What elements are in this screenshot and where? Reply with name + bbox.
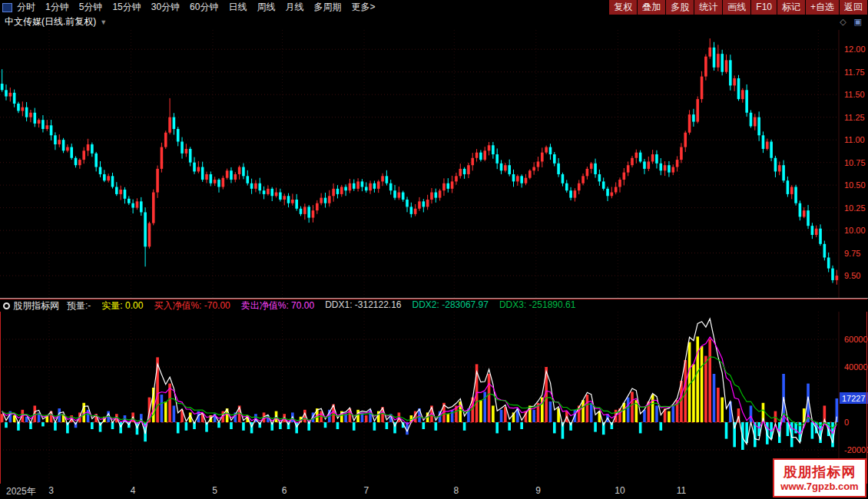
date-tick-1: 3 [48, 485, 54, 496]
menu-period-2[interactable]: 5分钟 [79, 1, 103, 14]
indicator-source-icon[interactable] [3, 302, 10, 309]
price-grid: 12.0011.7511.5011.2511.0010.7510.5010.25… [0, 30, 866, 299]
date-tick-0: 2025年 [6, 485, 36, 498]
app-icon[interactable] [2, 3, 12, 12]
svg-text:12.00: 12.00 [844, 45, 866, 54]
menu-tool-2[interactable]: 多股 [666, 0, 694, 15]
ddx-bars-layer [1, 336, 838, 450]
menu-period-4[interactable]: 30分钟 [151, 1, 180, 14]
stock-title: 中文传媒(日线.前复权) [5, 15, 96, 28]
candles-layer [1, 38, 838, 285]
menu-period-8[interactable]: 月线 [285, 1, 303, 14]
svg-text:9.75: 9.75 [844, 249, 860, 258]
menu-tool-0[interactable]: 复权 [609, 0, 638, 15]
date-tick-2: 4 [131, 485, 136, 496]
trading-app-window: 分时1分钟5分钟15分钟30分钟60分钟日线周线月线多周期更多> 复权叠加多股统… [0, 0, 868, 499]
ddx-indicator-panel[interactable]: 60000400000-2000017227 [0, 312, 868, 484]
date-tick-6: 8 [454, 485, 459, 496]
svg-text:10.00: 10.00 [844, 226, 866, 235]
date-axis: 2025年345678910111 [0, 484, 868, 499]
svg-text:11.00: 11.00 [844, 135, 865, 144]
svg-text:10.50: 10.50 [844, 180, 866, 190]
menu-period-9[interactable]: 多周期 [313, 1, 341, 14]
date-tick-4: 6 [282, 485, 287, 496]
svg-text:10.25: 10.25 [844, 203, 866, 213]
watermark-title: 股朋指标网 [774, 464, 865, 481]
date-tick-9: 11 [677, 485, 686, 496]
menu-tool-7[interactable]: +自选 [806, 0, 840, 15]
chart-title-bar: 中文传媒(日线.前复权) ▼ ◇ ▣ [0, 15, 868, 29]
svg-text:40000: 40000 [844, 362, 868, 372]
watermark-box: 股朋指标网 www.7gpzb.com [773, 458, 866, 497]
menu-period-1[interactable]: 1分钟 [45, 1, 69, 14]
indicator-field-6: DDX3: -251890.61 [499, 299, 575, 312]
svg-text:0: 0 [844, 418, 849, 427]
ddx-value-marker: 17227 [840, 392, 868, 404]
menu-left: 分时1分钟5分钟15分钟30分钟60分钟日线周线月线多周期更多> [17, 1, 375, 14]
date-tick-7: 9 [535, 485, 541, 496]
svg-text:9.50: 9.50 [844, 271, 860, 280]
menu-right: 复权叠加多股统计画线F10标记+自选返回 [609, 0, 868, 15]
svg-text:11.25: 11.25 [844, 113, 865, 122]
menu-tool-5[interactable]: F10 [751, 0, 777, 15]
date-tick-8: 10 [615, 485, 624, 496]
svg-text:17227: 17227 [842, 394, 866, 403]
ddx-line-DDX1 [2, 319, 837, 444]
menu-tool-1[interactable]: 叠加 [638, 0, 666, 15]
ddx-grid: 60000400000-20000 [0, 312, 868, 484]
indicator-source-label: 股朋指标网 [13, 299, 59, 312]
title-dropdown-icon[interactable]: ▼ [100, 18, 107, 26]
indicator-field-4: DDX1: -312122.16 [325, 299, 401, 312]
menu-period-3[interactable]: 15分钟 [112, 1, 141, 14]
diamond-icon[interactable]: ◇ [840, 17, 846, 27]
indicator-header: 股朋指标网 预量:-实量: 0.00买入净值%: -70.00卖出净值%: 70… [0, 299, 868, 312]
indicator-field-2: 买入净值%: -70.00 [154, 299, 230, 312]
indicator-field-0: 预量:- [67, 299, 91, 312]
svg-text:10.75: 10.75 [844, 158, 866, 167]
svg-text:11.75: 11.75 [844, 68, 865, 77]
menu-tool-4[interactable]: 画线 [723, 0, 751, 15]
title-bar-icons: ◇ ▣ [840, 17, 862, 27]
menu-period-10[interactable]: 更多> [351, 1, 375, 14]
svg-text:60000: 60000 [844, 335, 868, 344]
menu-tool-8[interactable]: 返回 [840, 0, 868, 15]
indicator-field-1: 实量: 0.00 [101, 299, 143, 312]
menu-period-0[interactable]: 分时 [17, 1, 35, 14]
menu-period-6[interactable]: 日线 [228, 1, 247, 14]
date-tick-5: 7 [363, 485, 369, 496]
layout-icon[interactable]: ▣ [854, 17, 862, 27]
indicator-fields: 预量:-实量: 0.00买入净值%: -70.00卖出净值%: 70.00DDX… [67, 299, 575, 312]
candlestick-chart[interactable]: 12.0011.7511.5011.2511.0010.7510.5010.25… [0, 30, 868, 299]
svg-text:-20000: -20000 [844, 445, 868, 454]
indicator-field-5: DDX2: -283067.97 [412, 299, 489, 312]
menu-tool-6[interactable]: 标记 [777, 0, 806, 15]
indicator-field-3: 卖出净值%: 70.00 [241, 299, 314, 312]
menu-tool-3[interactable]: 统计 [694, 0, 723, 15]
top-menu-bar: 分时1分钟5分钟15分钟30分钟60分钟日线周线月线多周期更多> 复权叠加多股统… [0, 0, 868, 15]
svg-text:11.50: 11.50 [844, 90, 865, 99]
menu-period-7[interactable]: 周线 [257, 1, 275, 14]
ddx-lines-layer [2, 319, 837, 444]
date-tick-3: 5 [212, 485, 217, 496]
watermark-url: www.7gpzb.com [774, 481, 865, 493]
menu-period-5[interactable]: 60分钟 [190, 1, 218, 14]
